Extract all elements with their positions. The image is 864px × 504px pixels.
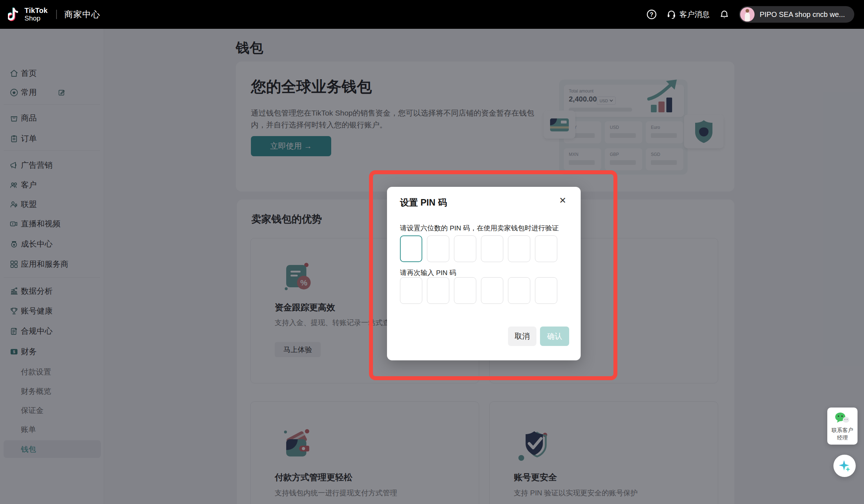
tiktok-shop-seller-center: TikTok Shop 商家中心 ? 客户消息	[0, 0, 864, 504]
headset-icon	[666, 9, 676, 19]
modal-title: 设置 PIN 码	[400, 197, 447, 208]
pin-input-box[interactable]	[481, 235, 503, 262]
pin-input-box[interactable]	[481, 277, 503, 304]
pin-input-box[interactable]	[427, 277, 449, 304]
account-name: PIPO SEA shop cncb we...	[760, 10, 845, 19]
pin-input-box[interactable]	[535, 277, 557, 304]
brand-line1: TikTok	[24, 7, 48, 14]
customer-messages-label: 客户消息	[679, 9, 710, 19]
account-menu[interactable]: PIPO SEA shop cncb we...	[739, 6, 854, 23]
pin-input-row-1	[400, 235, 557, 262]
ai-assistant-button[interactable]	[833, 455, 856, 477]
tiktok-logo-icon	[8, 6, 22, 22]
pin-setup-label: 请设置六位数的 PIN 码，在使用卖家钱包时进行验证	[400, 224, 559, 233]
pin-input-box[interactable]	[508, 235, 530, 262]
confirm-button[interactable]: 确认	[540, 327, 569, 346]
svg-text:?: ?	[650, 12, 653, 18]
pin-input-box[interactable]	[400, 277, 422, 304]
tiktok-shop-logo[interactable]: TikTok Shop	[8, 6, 48, 22]
contact-account-manager-widget[interactable]: 联系客户 经理	[827, 408, 858, 445]
pin-input-box[interactable]	[427, 235, 449, 262]
notifications-bell-icon[interactable]	[719, 9, 730, 20]
pin-confirm-label: 请再次输入 PIN 码	[400, 268, 456, 278]
avatar	[740, 7, 755, 22]
topbar: TikTok Shop 商家中心 ? 客户消息	[0, 0, 864, 29]
pin-input-box[interactable]	[508, 277, 530, 304]
brand-line2: Shop	[24, 14, 48, 22]
close-icon[interactable]: ✕	[559, 196, 566, 205]
product-name: 商家中心	[64, 9, 100, 20]
contact-text: 联系客户 经理	[832, 426, 853, 441]
pin-input-box[interactable]	[535, 235, 557, 262]
set-pin-modal: 设置 PIN 码 ✕ 请设置六位数的 PIN 码，在使用卖家钱包时进行验证 请再…	[387, 187, 581, 360]
pin-input-row-2	[400, 277, 557, 304]
pin-input-box[interactable]	[454, 235, 476, 262]
chat-bubbles-icon	[834, 412, 851, 424]
help-icon[interactable]: ?	[646, 9, 657, 20]
brand-separator	[56, 10, 57, 19]
sparkle-icon	[837, 459, 852, 473]
customer-messages[interactable]: 客户消息	[666, 9, 710, 19]
pin-input-box[interactable]	[400, 235, 422, 262]
pin-input-box[interactable]	[454, 277, 476, 304]
cancel-button[interactable]: 取消	[508, 327, 536, 346]
